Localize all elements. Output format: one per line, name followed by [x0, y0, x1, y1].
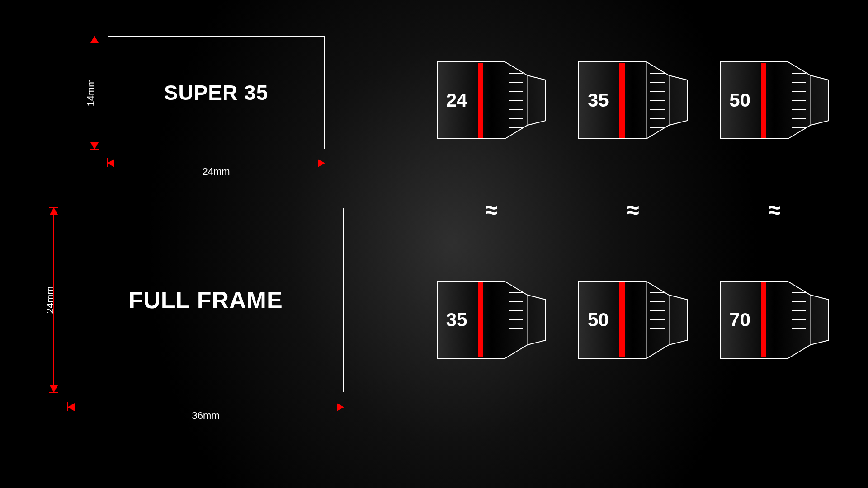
dim-fullframe-width: 36mm: [68, 407, 344, 407]
sensor-fullframe: FULL FRAME: [68, 208, 344, 392]
approx-2: ≈: [627, 199, 639, 221]
dim-fullframe-height-label: 24mm: [44, 286, 56, 314]
diagram-stage: SUPER 35 14mm 24mm FULL FRAME 24mm 36mm: [0, 0, 868, 488]
lens-s35-1: 24: [433, 57, 550, 143]
svg-rect-2: [478, 63, 483, 138]
sensor-super35: SUPER 35: [108, 36, 325, 149]
lens-ff-3: 70: [716, 277, 833, 363]
lens-ff-2: 50: [574, 277, 692, 363]
lens-ff-1: 35: [433, 277, 550, 363]
lens-grid: 24 35: [420, 43, 845, 377]
lens-focal-label: 35: [588, 89, 609, 111]
dim-super35-height-label: 14mm: [85, 79, 97, 106]
lens-s35-2: 35: [574, 57, 692, 143]
approx-3: ≈: [769, 199, 781, 221]
dim-super35-width-label: 24mm: [202, 166, 230, 178]
lens-focal-label: 35: [446, 309, 467, 331]
dim-super35-width: 24mm: [108, 163, 325, 163]
svg-rect-12: [619, 63, 625, 138]
dim-super35-height: 14mm: [94, 36, 94, 149]
sensor-fullframe-label: FULL FRAME: [128, 286, 283, 314]
svg-rect-32: [478, 282, 483, 357]
lens-focal-label: 50: [588, 309, 609, 331]
lens-focal-label: 24: [446, 89, 467, 111]
svg-rect-52: [761, 282, 766, 357]
svg-rect-42: [619, 282, 625, 357]
lens-focal-label: 70: [729, 309, 750, 331]
dim-fullframe-width-label: 36mm: [192, 410, 219, 422]
lens-focal-label: 50: [729, 89, 750, 111]
svg-rect-22: [761, 63, 766, 138]
dim-fullframe-height: 24mm: [53, 208, 54, 392]
lens-s35-3: 50: [716, 57, 833, 143]
approx-1: ≈: [485, 199, 497, 221]
sensor-super35-label: SUPER 35: [164, 80, 268, 105]
